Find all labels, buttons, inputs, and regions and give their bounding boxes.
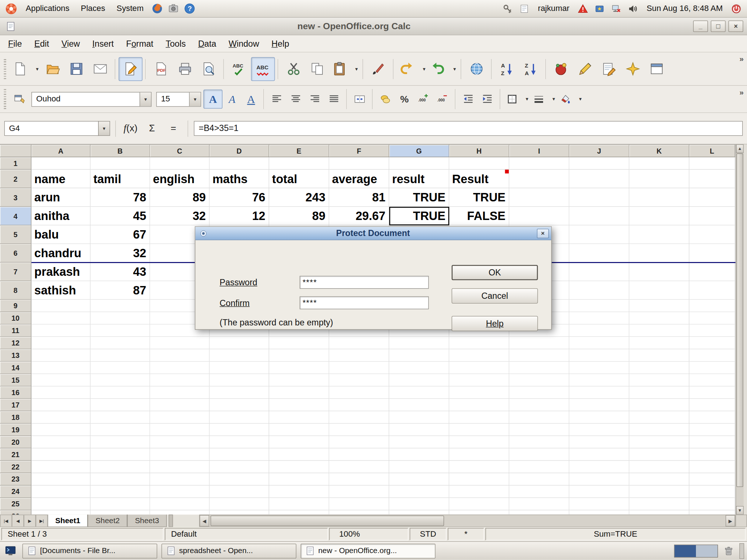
chevron-down-icon[interactable]: ▾ — [526, 96, 528, 102]
cell-J22[interactable] — [569, 461, 630, 473]
cell-E26[interactable] — [269, 510, 329, 515]
function-wizard-icon[interactable]: f(x) — [121, 123, 140, 135]
cell-D4[interactable]: 12 — [210, 207, 269, 225]
font-name-value[interactable]: Ouhod — [32, 94, 140, 104]
cell-G23[interactable] — [389, 473, 449, 486]
sheet-tab-sheet3[interactable]: Sheet3 — [127, 515, 167, 527]
align-left-button[interactable] — [267, 90, 286, 109]
cell-L25[interactable] — [689, 498, 735, 510]
cell-K15[interactable] — [629, 374, 689, 386]
cell-L20[interactable] — [689, 436, 735, 448]
cell-C25[interactable] — [150, 498, 209, 510]
row-header-2[interactable]: 2 — [0, 170, 31, 188]
cell-A7[interactable]: prakash — [31, 263, 90, 281]
vertical-scrollbar[interactable]: ▲ ▼ — [736, 144, 744, 515]
cell-K9[interactable] — [629, 300, 689, 312]
cell-H19[interactable] — [449, 424, 510, 436]
cell-L7[interactable] — [689, 263, 735, 281]
maximize-button[interactable]: □ — [711, 20, 725, 32]
column-header-D[interactable]: D — [210, 145, 269, 157]
next-sheet-button[interactable]: ▶ — [24, 515, 36, 527]
cell-C23[interactable] — [150, 473, 209, 486]
cell-B10[interactable] — [90, 312, 150, 325]
cell-C24[interactable] — [150, 486, 209, 498]
cell-G16[interactable] — [389, 386, 449, 399]
cell-A1[interactable] — [31, 157, 90, 170]
cell-C18[interactable] — [150, 411, 209, 424]
row-header-15[interactable]: 15 — [0, 374, 31, 386]
column-header-F[interactable]: F — [329, 145, 390, 157]
cell-J21[interactable] — [569, 448, 630, 461]
workspace-2[interactable] — [696, 545, 717, 557]
cell-K6[interactable] — [629, 244, 689, 263]
cell-K23[interactable] — [629, 473, 689, 486]
cell-B22[interactable] — [90, 461, 150, 473]
cell-K22[interactable] — [629, 461, 689, 473]
system-menu[interactable]: System — [111, 0, 149, 17]
cell-E15[interactable] — [269, 374, 329, 386]
cell-J13[interactable] — [569, 349, 630, 362]
distro-logo-icon[interactable] — [5, 2, 18, 15]
cell-K25[interactable] — [629, 498, 689, 510]
row-header-23[interactable]: 23 — [0, 473, 31, 486]
toolbar-overflow-button[interactable]: » — [739, 88, 743, 97]
close-button[interactable]: × — [728, 20, 743, 32]
cell-A10[interactable] — [31, 312, 90, 325]
row-header-17[interactable]: 17 — [0, 399, 31, 411]
cell-L21[interactable] — [689, 448, 735, 461]
row-header-1[interactable]: 1 — [0, 157, 31, 170]
cell-I24[interactable] — [509, 486, 569, 498]
cell-J3[interactable] — [569, 188, 630, 207]
cell-D22[interactable] — [210, 461, 269, 473]
cell-J1[interactable] — [569, 157, 630, 170]
row-header-19[interactable]: 19 — [0, 424, 31, 436]
cell-L14[interactable] — [689, 362, 735, 374]
cell-H21[interactable] — [449, 448, 510, 461]
increase-indent-button[interactable] — [478, 90, 497, 109]
cell-K17[interactable] — [629, 399, 689, 411]
row-header-21[interactable]: 21 — [0, 448, 31, 461]
styles-and-formatting-button[interactable] — [10, 90, 29, 109]
clock[interactable]: Sun Aug 16, 8:48 AM — [647, 4, 723, 13]
last-sheet-button[interactable]: ▶| — [36, 515, 48, 527]
cell-I12[interactable] — [509, 337, 569, 349]
cell-I2[interactable] — [509, 170, 569, 188]
cell-B17[interactable] — [90, 399, 150, 411]
cell-I17[interactable] — [509, 399, 569, 411]
cell-F4[interactable]: 29.67 — [329, 207, 390, 225]
panel-handle[interactable] — [739, 543, 744, 559]
cell-I23[interactable] — [509, 473, 569, 486]
scroll-down-icon[interactable]: ▼ — [736, 506, 744, 515]
select-all-corner[interactable] — [0, 145, 31, 157]
cell-C12[interactable] — [150, 337, 209, 349]
font-size-combobox[interactable]: 15▾ — [156, 92, 201, 106]
cell-A22[interactable] — [31, 461, 90, 473]
toolbar-overflow-button[interactable]: » — [739, 55, 743, 63]
cell-L9[interactable] — [689, 300, 735, 312]
italic-button[interactable]: A — [222, 90, 241, 109]
cell-C3[interactable]: 89 — [150, 188, 209, 207]
menu-edit[interactable]: Edit — [28, 35, 55, 51]
cell-H15[interactable] — [449, 374, 510, 386]
cell-L6[interactable] — [689, 244, 735, 263]
cell-H18[interactable] — [449, 411, 510, 424]
sheet-tab-sheet1[interactable]: Sheet1 — [48, 515, 88, 527]
cell-F15[interactable] — [329, 374, 390, 386]
cell-E18[interactable] — [269, 411, 329, 424]
cell-H22[interactable] — [449, 461, 510, 473]
chevron-down-icon[interactable]: ▾ — [579, 96, 582, 102]
cell-G17[interactable] — [389, 399, 449, 411]
cell-J7[interactable] — [569, 263, 630, 281]
cell-D26[interactable] — [210, 510, 269, 515]
cell-A14[interactable] — [31, 362, 90, 374]
paste-button[interactable]: ▾ — [329, 57, 360, 81]
cell-H20[interactable] — [449, 436, 510, 448]
column-header-J[interactable]: J — [569, 145, 630, 157]
horizontal-scrollbar[interactable]: ◀ ▶ — [199, 515, 736, 527]
cell-L1[interactable] — [689, 157, 735, 170]
cell-A3[interactable]: arun — [31, 188, 90, 207]
menu-insert[interactable]: Insert — [86, 35, 120, 51]
row-header-3[interactable]: 3 — [0, 188, 31, 207]
cell-I14[interactable] — [509, 362, 569, 374]
cell-B6[interactable]: 32 — [90, 244, 150, 263]
